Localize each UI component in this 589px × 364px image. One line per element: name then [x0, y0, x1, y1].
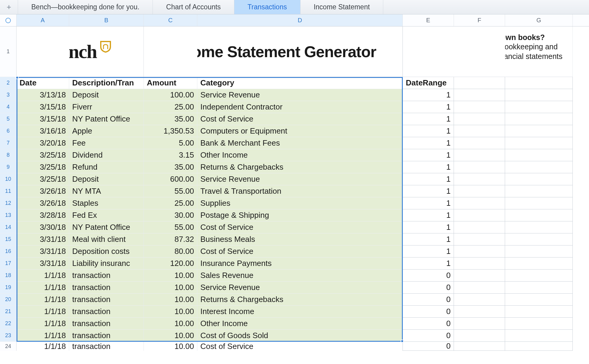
cell[interactable]: 35.00: [144, 161, 197, 173]
row-header-1[interactable]: 1: [0, 26, 17, 77]
cell[interactable]: 100.00: [144, 89, 197, 101]
cell[interactable]: NY MTA: [69, 185, 144, 197]
cell[interactable]: [454, 330, 505, 342]
cell[interactable]: 1: [403, 209, 454, 221]
add-sheet-button[interactable]: +: [0, 0, 18, 14]
cell[interactable]: [505, 245, 573, 258]
col-header-G[interactable]: G: [505, 14, 573, 26]
cell[interactable]: 3/20/18: [17, 137, 69, 149]
header-date[interactable]: Date: [17, 77, 69, 89]
cell[interactable]: 1: [403, 245, 454, 258]
cell[interactable]: [505, 209, 573, 221]
cell[interactable]: Sales Revenue: [197, 270, 403, 282]
cell[interactable]: 10.00: [144, 342, 197, 351]
cell[interactable]: Fed Ex: [69, 209, 144, 221]
cell[interactable]: [454, 137, 505, 149]
cell[interactable]: Independent Contractor: [197, 101, 403, 113]
cell[interactable]: 600.00: [144, 173, 197, 185]
cell[interactable]: 1: [403, 185, 454, 197]
cell[interactable]: [454, 282, 505, 294]
cell[interactable]: Service Revenue: [197, 173, 403, 185]
cell[interactable]: 1/1/18: [17, 294, 69, 306]
cell[interactable]: Fee: [69, 137, 144, 149]
cell[interactable]: Refund: [69, 161, 144, 173]
sheet-tab[interactable]: Income Statement: [301, 0, 384, 14]
cell[interactable]: [505, 221, 573, 233]
cell[interactable]: 1: [403, 125, 454, 137]
cell[interactable]: 0: [403, 318, 454, 330]
row-header[interactable]: 8: [0, 149, 17, 161]
cell[interactable]: 80.00: [144, 245, 197, 258]
cell[interactable]: [454, 149, 505, 161]
cell[interactable]: 0: [403, 294, 454, 306]
cell[interactable]: [505, 258, 573, 270]
cell[interactable]: 10.00: [144, 294, 197, 306]
cell[interactable]: 3/15/18: [17, 101, 69, 113]
cell[interactable]: [454, 245, 505, 258]
cell[interactable]: 3/30/18: [17, 221, 69, 233]
cell[interactable]: 3/25/18: [17, 161, 69, 173]
row-header[interactable]: 11: [0, 185, 17, 197]
cell[interactable]: transaction: [69, 330, 144, 342]
header-G[interactable]: [505, 77, 573, 89]
cell[interactable]: [454, 318, 505, 330]
cell[interactable]: Deposit: [69, 89, 144, 101]
cell[interactable]: [505, 318, 573, 330]
header-category[interactable]: Category: [197, 77, 403, 89]
cell[interactable]: [505, 89, 573, 101]
cell[interactable]: [454, 173, 505, 185]
cell[interactable]: 1: [403, 89, 454, 101]
cell[interactable]: 1: [403, 233, 454, 245]
row-header[interactable]: 6: [0, 125, 17, 137]
cell[interactable]: 25.00: [144, 197, 197, 209]
row-header[interactable]: 5: [0, 113, 17, 125]
cell[interactable]: 1: [403, 221, 454, 233]
cell[interactable]: 1: [403, 161, 454, 173]
cell[interactable]: 0: [403, 330, 454, 342]
cell[interactable]: [505, 306, 573, 318]
sheet-tab[interactable]: Bench—bookkeeping done for you.: [18, 0, 153, 14]
cell[interactable]: 3/25/18: [17, 173, 69, 185]
cell[interactable]: Other Income: [197, 149, 403, 161]
sheet-tab[interactable]: Transactions: [234, 0, 301, 14]
cell[interactable]: Interest Income: [197, 306, 403, 318]
cell[interactable]: Returns & Chargebacks: [197, 161, 403, 173]
cell[interactable]: Service Revenue: [197, 89, 403, 101]
row-header[interactable]: 3: [0, 89, 17, 101]
cell[interactable]: 1: [403, 113, 454, 125]
cell[interactable]: NY Patent Office: [69, 221, 144, 233]
cell[interactable]: [454, 185, 505, 197]
cell[interactable]: 120.00: [144, 258, 197, 270]
cell[interactable]: 3/31/18: [17, 233, 69, 245]
cell[interactable]: Cost of Goods Sold: [197, 330, 403, 342]
cell[interactable]: Cost of Service: [197, 342, 403, 351]
cell[interactable]: [454, 113, 505, 125]
col-header-D[interactable]: D: [197, 14, 403, 26]
cell[interactable]: 10.00: [144, 330, 197, 342]
cell[interactable]: Deposition costs: [69, 245, 144, 258]
cell[interactable]: 3/25/18: [17, 149, 69, 161]
cell[interactable]: Insurance Payments: [197, 258, 403, 270]
row-header[interactable]: 13: [0, 209, 17, 221]
cell[interactable]: 10.00: [144, 282, 197, 294]
cell[interactable]: Supplies: [197, 197, 403, 209]
cell[interactable]: 1: [403, 173, 454, 185]
cell[interactable]: 1/1/18: [17, 330, 69, 342]
cell[interactable]: Deposit: [69, 173, 144, 185]
row-header[interactable]: 20: [0, 294, 17, 306]
cell[interactable]: [454, 89, 505, 101]
cell[interactable]: 25.00: [144, 101, 197, 113]
cell[interactable]: Bank & Merchant Fees: [197, 137, 403, 149]
cell[interactable]: [505, 173, 573, 185]
cell[interactable]: [454, 125, 505, 137]
sheet-tab[interactable]: Chart of Accounts: [153, 0, 234, 14]
row-header[interactable]: 9: [0, 161, 17, 173]
cell[interactable]: [505, 233, 573, 245]
cell[interactable]: Dividend: [69, 149, 144, 161]
row-header[interactable]: 23: [0, 330, 17, 342]
cell[interactable]: 3/28/18: [17, 209, 69, 221]
cell[interactable]: [454, 270, 505, 282]
cell[interactable]: 1: [403, 258, 454, 270]
cell[interactable]: 55.00: [144, 185, 197, 197]
row-header[interactable]: 7: [0, 137, 17, 149]
